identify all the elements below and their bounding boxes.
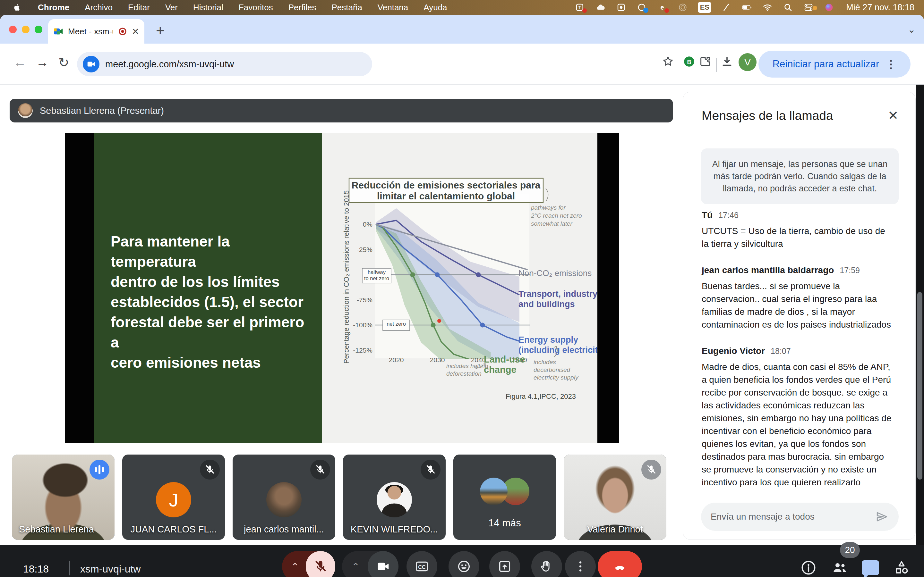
meet-control-bar: 18:18 xsm-uvqi-utw ⌃ ⌃ CC — [0, 545, 924, 577]
reload-icon[interactable]: ↻ — [58, 55, 69, 70]
menu-item-chrome[interactable]: Chrome — [30, 3, 77, 13]
participant-name: KEVIN WILFREDO... — [343, 524, 446, 535]
browser-toolbar: ← → ↻ meet.google.com/xsm-uvqi-utw B V R… — [0, 44, 924, 85]
scrollbar-thumb[interactable] — [917, 292, 922, 480]
microphone-button-muted[interactable]: ⌃ — [282, 551, 335, 577]
mic-off-icon[interactable] — [306, 551, 335, 577]
tab-close-icon[interactable]: ✕ — [132, 26, 139, 37]
svg-text:includes: includes — [533, 359, 556, 366]
more-participants-count: 14 más — [453, 517, 556, 529]
more-participants-avatars — [480, 478, 529, 505]
message-text: UTCUTS = Uso de la tierra, cambio de uso… — [702, 225, 894, 250]
svg-text:CC: CC — [418, 564, 426, 570]
participant-tile-2[interactable]: JJUAN CARLOS FL... — [122, 455, 225, 540]
menu-items: ChromeArchivoEditarVerHistorialFavoritos… — [30, 3, 455, 13]
stylus-icon[interactable] — [721, 2, 732, 13]
reactions-button[interactable] — [449, 551, 479, 577]
participant-tile-3[interactable]: jean carlos mantil... — [233, 455, 335, 540]
chat-panel-title: Mensajes de la llamada — [702, 109, 833, 123]
extensions-puzzle-icon[interactable] — [699, 55, 712, 71]
presenter-banner[interactable]: Sebastian Llerena (Presentar) — [10, 99, 673, 122]
menu-item-ayuda[interactable]: Ayuda — [416, 3, 455, 13]
new-tab-button[interactable]: + — [156, 22, 165, 39]
tab-strip: Meet - xsm-uvqi-utw ✕ + ⌄ — [0, 15, 924, 44]
battery-icon[interactable] — [741, 2, 752, 13]
teams-icon[interactable]: T — [575, 2, 586, 13]
participant-tile-6[interactable]: Valeria Drinot — [564, 455, 666, 540]
svg-text:T: T — [578, 5, 582, 10]
page-scrollbar[interactable] — [916, 85, 924, 545]
window-zoom-button[interactable] — [35, 26, 42, 33]
chat-pin-notice: Al fijar un mensaje, las personas que se… — [701, 148, 899, 204]
e-app-icon[interactable]: e — [657, 2, 668, 13]
mic-options-chevron-icon[interactable]: ⌃ — [291, 561, 299, 572]
camera-button[interactable]: ⌃ — [342, 551, 399, 577]
capture-icon[interactable] — [615, 2, 627, 13]
chrome-menu-dots-icon[interactable]: ⋮ — [885, 59, 897, 69]
camera-icon[interactable] — [368, 551, 399, 577]
present-screen-button[interactable] — [489, 551, 520, 577]
chat-toggle-button-active[interactable] — [858, 556, 883, 577]
tab-search-chevron-icon[interactable]: ⌄ — [908, 24, 916, 35]
menu-item-perfiles[interactable]: Perfiles — [281, 3, 324, 13]
search-icon[interactable] — [782, 2, 793, 13]
window-minimize-button[interactable] — [22, 26, 29, 33]
bookmark-star-icon[interactable] — [662, 55, 674, 71]
browser-tab[interactable]: Meet - xsm-uvqi-utw ✕ — [48, 19, 144, 44]
svg-text:and buildings: and buildings — [519, 300, 575, 309]
wifi-icon[interactable] — [762, 2, 773, 13]
download-icon[interactable] — [720, 55, 733, 71]
toolbar-divider — [716, 58, 717, 72]
more-options-button[interactable] — [565, 551, 596, 577]
menu-item-editar[interactable]: Editar — [120, 3, 158, 13]
participant-filmstrip: Sebastian LlerenaJJUAN CARLOS FL...jean … — [0, 455, 683, 545]
siri-icon[interactable] — [824, 2, 835, 13]
address-bar[interactable]: meet.google.com/xsm-uvqi-utw — [77, 52, 372, 76]
pause-badge-icon[interactable] — [636, 2, 647, 13]
extension-adblock-icon[interactable]: B — [683, 55, 696, 71]
menu-item-archivo[interactable]: Archivo — [77, 3, 120, 13]
chat-bubble-icon — [862, 560, 879, 575]
window-close-button[interactable] — [9, 26, 17, 33]
mirroring-icon[interactable] — [677, 2, 688, 13]
svg-text:decarbonised: decarbonised — [533, 366, 571, 373]
back-icon[interactable]: ← — [13, 55, 26, 69]
participant-tile-4[interactable]: KEVIN WILFREDO... — [343, 455, 446, 540]
apple-icon[interactable] — [12, 3, 22, 12]
relaunch-to-update-button[interactable]: Reiniciar para actualizar ⋮ — [758, 51, 911, 77]
menu-item-historial[interactable]: Historial — [186, 3, 231, 13]
slide: Para mantener la temperatura dentro de l… — [94, 133, 598, 443]
input-source-switch[interactable]: ES — [698, 2, 711, 13]
activities-button[interactable] — [889, 556, 914, 577]
participant-tile-5[interactable]: 14 más — [453, 455, 556, 540]
chat-input[interactable]: Envía un mensaje a todos — [701, 503, 899, 531]
message-time: 18:07 — [771, 347, 791, 356]
cloud-icon[interactable] — [595, 2, 606, 13]
menu-item-ver[interactable]: Ver — [158, 3, 186, 13]
svg-text:to net zero: to net zero — [364, 276, 389, 281]
menu-item-pestaña[interactable]: Pestaña — [324, 3, 370, 13]
participants-button[interactable] — [827, 556, 852, 577]
leave-call-button[interactable] — [598, 551, 642, 577]
captions-button[interactable]: CC — [407, 551, 437, 577]
menu-clock[interactable]: Mié 27 nov. 18:18 — [846, 3, 914, 13]
raise-hand-button[interactable] — [531, 551, 562, 577]
chat-input-placeholder: Envía un mensaje a todos — [711, 512, 875, 522]
menu-item-favoritos[interactable]: Favoritos — [231, 3, 281, 13]
participant-name: Sebastian Llerena — [12, 524, 115, 535]
profile-avatar[interactable]: V — [738, 53, 756, 71]
meeting-details-button[interactable] — [796, 556, 821, 577]
send-message-icon[interactable] — [875, 510, 889, 524]
svg-text:Figura 4.1,IPCC, 2023: Figura 4.1,IPCC, 2023 — [506, 392, 576, 400]
forward-icon[interactable]: → — [36, 55, 49, 69]
control-center-icon[interactable] — [803, 2, 814, 13]
meet-camera-chip-icon[interactable] — [83, 56, 99, 73]
camera-options-chevron-icon[interactable]: ⌃ — [352, 561, 360, 572]
mic-off-icon — [200, 460, 220, 480]
menu-item-ventana[interactable]: Ventana — [370, 3, 416, 13]
chat-close-icon[interactable]: ✕ — [888, 108, 899, 123]
mic-off-icon — [310, 460, 330, 480]
presentation-stage[interactable]: Para mantener la temperatura dentro de l… — [65, 133, 619, 443]
participant-tile-1[interactable]: Sebastian Llerena — [12, 455, 115, 540]
svg-text:e: e — [661, 4, 664, 11]
